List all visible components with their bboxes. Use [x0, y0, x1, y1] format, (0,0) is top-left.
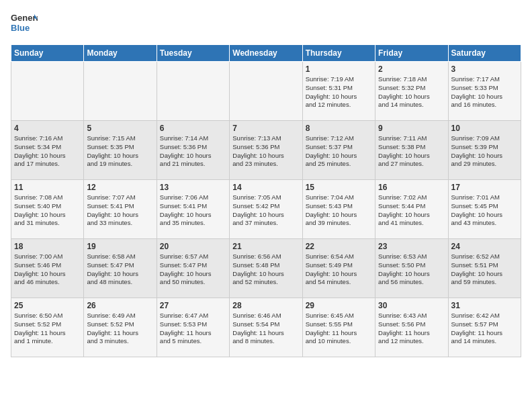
calendar-cell: 3Sunrise: 7:17 AM Sunset: 5:33 PM Daylig… [448, 62, 521, 121]
day-info: Sunrise: 7:09 AM Sunset: 5:39 PM Dayligh… [451, 134, 518, 169]
calendar-cell: 24Sunrise: 6:52 AM Sunset: 5:51 PM Dayli… [448, 239, 521, 298]
day-number: 25 [14, 301, 81, 310]
day-number: 11 [14, 183, 81, 192]
day-number: 29 [306, 301, 372, 310]
day-info: Sunrise: 7:17 AM Sunset: 5:33 PM Dayligh… [451, 75, 518, 109]
calendar-cell: 17Sunrise: 7:01 AM Sunset: 5:45 PM Dayli… [448, 180, 521, 239]
day-info: Sunrise: 6:57 AM Sunset: 5:47 PM Dayligh… [160, 253, 226, 287]
day-info: Sunrise: 6:56 AM Sunset: 5:48 PM Dayligh… [232, 253, 299, 287]
weekday-header-friday: Friday [375, 45, 448, 62]
day-number: 18 [14, 242, 81, 251]
calendar-cell: 25Sunrise: 6:50 AM Sunset: 5:52 PM Dayli… [11, 298, 84, 357]
day-number: 2 [378, 64, 445, 74]
calendar-week-5: 25Sunrise: 6:50 AM Sunset: 5:52 PM Dayli… [11, 298, 521, 357]
calendar-table: SundayMondayTuesdayWednesdayThursdayFrid… [11, 44, 521, 357]
weekday-header-wednesday: Wednesday [230, 45, 302, 62]
day-info: Sunrise: 7:01 AM Sunset: 5:45 PM Dayligh… [451, 193, 518, 228]
svg-text:Blue: Blue [11, 23, 30, 33]
page-header: General Blue [11, 11, 521, 38]
day-info: Sunrise: 6:47 AM Sunset: 5:53 PM Dayligh… [160, 312, 226, 346]
day-number: 27 [160, 301, 226, 310]
calendar-cell: 2Sunrise: 7:18 AM Sunset: 5:32 PM Daylig… [375, 62, 448, 121]
calendar-cell: 10Sunrise: 7:09 AM Sunset: 5:39 PM Dayli… [448, 121, 521, 180]
calendar-cell: 27Sunrise: 6:47 AM Sunset: 5:53 PM Dayli… [157, 298, 229, 357]
day-info: Sunrise: 6:43 AM Sunset: 5:56 PM Dayligh… [378, 312, 445, 346]
day-info: Sunrise: 7:02 AM Sunset: 5:44 PM Dayligh… [378, 193, 445, 228]
day-info: Sunrise: 6:42 AM Sunset: 5:57 PM Dayligh… [451, 312, 518, 346]
day-number: 26 [87, 301, 153, 310]
day-info: Sunrise: 6:46 AM Sunset: 5:54 PM Dayligh… [232, 312, 299, 346]
day-number: 21 [232, 242, 299, 251]
calendar-week-2: 4Sunrise: 7:16 AM Sunset: 5:34 PM Daylig… [11, 121, 521, 180]
calendar-week-1: 1Sunrise: 7:19 AM Sunset: 5:31 PM Daylig… [11, 62, 521, 121]
day-number: 12 [87, 183, 153, 192]
day-number: 9 [378, 124, 445, 133]
calendar-cell: 12Sunrise: 7:07 AM Sunset: 5:41 PM Dayli… [84, 180, 157, 239]
day-number: 7 [232, 124, 299, 133]
day-info: Sunrise: 7:16 AM Sunset: 5:34 PM Dayligh… [14, 134, 81, 169]
calendar-cell: 13Sunrise: 7:06 AM Sunset: 5:41 PM Dayli… [157, 180, 229, 239]
day-number: 15 [306, 183, 372, 192]
svg-text:General: General [11, 13, 38, 23]
calendar-cell: 7Sunrise: 7:13 AM Sunset: 5:36 PM Daylig… [230, 121, 302, 180]
day-number: 13 [160, 183, 226, 192]
calendar-cell: 29Sunrise: 6:45 AM Sunset: 5:55 PM Dayli… [302, 298, 375, 357]
weekday-header-row: SundayMondayTuesdayWednesdayThursdayFrid… [11, 45, 521, 62]
weekday-header-thursday: Thursday [302, 45, 375, 62]
day-number: 17 [451, 183, 518, 192]
calendar-cell: 6Sunrise: 7:14 AM Sunset: 5:36 PM Daylig… [157, 121, 229, 180]
calendar-cell: 14Sunrise: 7:05 AM Sunset: 5:42 PM Dayli… [230, 180, 302, 239]
calendar-cell: 8Sunrise: 7:12 AM Sunset: 5:37 PM Daylig… [302, 121, 375, 180]
day-info: Sunrise: 7:11 AM Sunset: 5:38 PM Dayligh… [378, 134, 445, 169]
day-number: 30 [378, 301, 445, 310]
weekday-header-tuesday: Tuesday [157, 45, 229, 62]
calendar-cell: 4Sunrise: 7:16 AM Sunset: 5:34 PM Daylig… [11, 121, 84, 180]
day-number: 31 [451, 301, 518, 310]
calendar-cell: 26Sunrise: 6:49 AM Sunset: 5:52 PM Dayli… [84, 298, 157, 357]
day-info: Sunrise: 6:52 AM Sunset: 5:51 PM Dayligh… [451, 253, 518, 287]
day-number: 24 [451, 242, 518, 251]
day-number: 14 [232, 183, 299, 192]
day-info: Sunrise: 7:19 AM Sunset: 5:31 PM Dayligh… [306, 75, 372, 109]
calendar-cell [11, 62, 84, 121]
calendar-cell: 22Sunrise: 6:54 AM Sunset: 5:49 PM Dayli… [302, 239, 375, 298]
day-number: 20 [160, 242, 226, 251]
day-number: 4 [14, 124, 81, 133]
weekday-header-saturday: Saturday [448, 45, 521, 62]
day-number: 1 [306, 64, 372, 74]
calendar-cell: 23Sunrise: 6:53 AM Sunset: 5:50 PM Dayli… [375, 239, 448, 298]
logo-icon: General Blue [11, 11, 38, 38]
logo: General Blue [11, 11, 38, 38]
day-info: Sunrise: 6:53 AM Sunset: 5:50 PM Dayligh… [378, 253, 445, 287]
calendar-cell: 16Sunrise: 7:02 AM Sunset: 5:44 PM Dayli… [375, 180, 448, 239]
calendar-week-3: 11Sunrise: 7:08 AM Sunset: 5:40 PM Dayli… [11, 180, 521, 239]
day-info: Sunrise: 7:07 AM Sunset: 5:41 PM Dayligh… [87, 193, 153, 228]
day-info: Sunrise: 7:08 AM Sunset: 5:40 PM Dayligh… [14, 193, 81, 228]
day-number: 10 [451, 124, 518, 133]
day-info: Sunrise: 6:54 AM Sunset: 5:49 PM Dayligh… [306, 253, 372, 287]
calendar-cell: 19Sunrise: 6:58 AM Sunset: 5:47 PM Dayli… [84, 239, 157, 298]
weekday-header-sunday: Sunday [11, 45, 84, 62]
day-info: Sunrise: 6:45 AM Sunset: 5:55 PM Dayligh… [306, 312, 372, 346]
day-info: Sunrise: 7:18 AM Sunset: 5:32 PM Dayligh… [378, 75, 445, 109]
calendar-cell: 21Sunrise: 6:56 AM Sunset: 5:48 PM Dayli… [230, 239, 302, 298]
calendar-cell [230, 62, 302, 121]
calendar-cell: 30Sunrise: 6:43 AM Sunset: 5:56 PM Dayli… [375, 298, 448, 357]
calendar-cell: 1Sunrise: 7:19 AM Sunset: 5:31 PM Daylig… [302, 62, 375, 121]
day-info: Sunrise: 7:12 AM Sunset: 5:37 PM Dayligh… [306, 134, 372, 169]
calendar-week-4: 18Sunrise: 7:00 AM Sunset: 5:46 PM Dayli… [11, 239, 521, 298]
day-info: Sunrise: 7:00 AM Sunset: 5:46 PM Dayligh… [14, 253, 81, 287]
day-info: Sunrise: 7:13 AM Sunset: 5:36 PM Dayligh… [232, 134, 299, 169]
day-number: 28 [232, 301, 299, 310]
calendar-cell [84, 62, 157, 121]
day-number: 8 [306, 124, 372, 133]
day-number: 19 [87, 242, 153, 251]
day-number: 3 [451, 64, 518, 74]
calendar-cell: 31Sunrise: 6:42 AM Sunset: 5:57 PM Dayli… [448, 298, 521, 357]
calendar-cell [157, 62, 229, 121]
calendar-cell: 5Sunrise: 7:15 AM Sunset: 5:35 PM Daylig… [84, 121, 157, 180]
day-info: Sunrise: 7:04 AM Sunset: 5:43 PM Dayligh… [306, 193, 372, 228]
day-info: Sunrise: 7:05 AM Sunset: 5:42 PM Dayligh… [232, 193, 299, 228]
day-info: Sunrise: 6:49 AM Sunset: 5:52 PM Dayligh… [87, 312, 153, 346]
day-info: Sunrise: 7:14 AM Sunset: 5:36 PM Dayligh… [160, 134, 226, 169]
